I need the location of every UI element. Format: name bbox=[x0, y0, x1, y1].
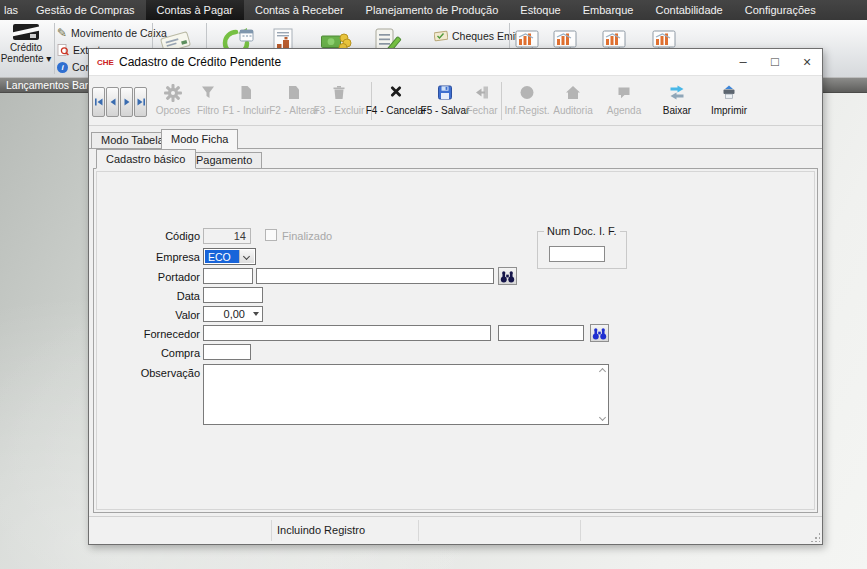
scroll-up-icon[interactable] bbox=[599, 368, 606, 375]
menu-item-configuracoes[interactable]: Configurações bbox=[734, 0, 827, 20]
page-tab-strip: Cadastro básico Pagamento bbox=[89, 149, 822, 169]
status-divider bbox=[418, 520, 419, 541]
finalizado-checkbox[interactable] bbox=[265, 229, 277, 241]
maximize-button[interactable]: □ bbox=[767, 49, 783, 76]
dialog-title-bar[interactable]: CHE Cadastro de Crédito Pendente – □ × bbox=[89, 49, 822, 76]
menu-item-contabilidade[interactable]: Contabilidade bbox=[644, 0, 733, 20]
printer-icon bbox=[686, 84, 772, 104]
empresa-label: Empresa bbox=[105, 251, 200, 263]
binoculars-icon bbox=[500, 270, 515, 283]
portador-search-button[interactable] bbox=[498, 267, 517, 285]
dialog-toolbar: Opcoes Filtro F1 - Incluir F2 - Alterar bbox=[89, 76, 822, 126]
codigo-label: Código bbox=[105, 230, 200, 242]
menu-item-contas-a-receber[interactable]: Contas à Receber bbox=[244, 0, 355, 20]
num-doc-field[interactable] bbox=[549, 246, 605, 262]
menu-item-planejamento-de-producao[interactable]: Planejamento de Produção bbox=[355, 0, 510, 20]
fornecedor-search-button[interactable] bbox=[590, 324, 609, 342]
chevron-down-icon bbox=[243, 253, 250, 260]
cadastro-credito-pendente-window: CHE Cadastro de Crédito Pendente – □ × bbox=[88, 48, 823, 545]
tab-modo-ficha[interactable]: Modo Ficha bbox=[161, 129, 238, 150]
menu-item-estoque[interactable]: Estoque bbox=[509, 0, 571, 20]
movimento-de-caixa-button[interactable]: ✎ Movimento de Caixa bbox=[57, 26, 167, 40]
compra-label: Compra bbox=[105, 347, 200, 359]
credit-card-icon bbox=[13, 24, 39, 40]
menu-item-gestao-de-compras[interactable]: Gestão de Compras bbox=[25, 0, 145, 20]
credito-pendente-label-line1: Crédito bbox=[0, 42, 52, 53]
codigo-field[interactable]: 14 bbox=[203, 228, 251, 244]
observacao-label: Observação bbox=[105, 367, 200, 379]
mode-tab-strip: Modo Tabela Modo Ficha bbox=[89, 129, 822, 149]
observacao-textarea[interactable] bbox=[203, 364, 609, 425]
nav-first-button[interactable] bbox=[92, 87, 105, 117]
app-logo-icon: CHE bbox=[97, 58, 114, 67]
ribbon-separator bbox=[54, 23, 55, 74]
desktop: { "menu": { "items": [ { "label": "las",… bbox=[0, 0, 867, 569]
menu-item-contas-a-pagar[interactable]: Contas à Pagar bbox=[146, 0, 244, 20]
fornecedor-label: Fornecedor bbox=[105, 328, 200, 340]
resize-grip[interactable] bbox=[810, 532, 820, 542]
nav-prev-button[interactable] bbox=[106, 87, 119, 117]
tab-cadastro-basico[interactable]: Cadastro básico bbox=[96, 149, 196, 169]
status-divider bbox=[271, 520, 272, 541]
dialog-status-bar: Incluindo Registro bbox=[89, 516, 822, 544]
portador-code-field[interactable] bbox=[203, 268, 253, 284]
dropdown-arrow-icon[interactable] bbox=[253, 312, 259, 316]
print-button[interactable]: Imprimir bbox=[686, 84, 772, 116]
fornecedor-name-field[interactable] bbox=[203, 325, 491, 341]
credito-pendente-button[interactable]: Crédito Pendente ▾ bbox=[0, 22, 52, 76]
menu-item-embarque[interactable]: Embarque bbox=[572, 0, 645, 20]
compra-field[interactable] bbox=[203, 344, 251, 360]
data-combobox[interactable] bbox=[203, 287, 263, 303]
credito-pendente-label-line2: Pendente ▾ bbox=[0, 53, 52, 64]
num-doc-groupbox: Num Doc. I. F. bbox=[537, 231, 627, 269]
empresa-selected-value: ECO bbox=[205, 250, 239, 263]
info-icon: i bbox=[57, 62, 68, 73]
finalizado-label: Finalizado bbox=[282, 230, 332, 242]
dialog-title: Cadastro de Crédito Pendente bbox=[119, 49, 281, 76]
tab-pagamento[interactable]: Pagamento bbox=[186, 152, 262, 169]
portador-label: Portador bbox=[105, 271, 200, 283]
portador-name-field[interactable] bbox=[256, 268, 494, 284]
main-menu-bar: las Gestão de Compras Contas à Pagar Con… bbox=[0, 0, 867, 20]
status-message: Incluindo Registro bbox=[277, 517, 365, 544]
empresa-combobox[interactable]: ECO bbox=[203, 248, 256, 265]
num-doc-label: Num Doc. I. F. bbox=[544, 225, 620, 237]
data-label: Data bbox=[105, 290, 200, 302]
empresa-dropdown-button[interactable] bbox=[239, 250, 254, 263]
fornecedor-code-field[interactable] bbox=[498, 325, 584, 341]
small-cheque-icon bbox=[434, 30, 448, 42]
close-button[interactable]: × bbox=[799, 49, 815, 76]
magnifier-document-icon bbox=[57, 44, 69, 56]
minimize-button[interactable]: – bbox=[735, 49, 751, 76]
menu-item-vendas[interactable]: las bbox=[0, 0, 25, 20]
previous-record-icon bbox=[108, 97, 118, 107]
pencil-icon: ✎ bbox=[57, 27, 67, 39]
valor-label: Valor bbox=[105, 309, 200, 321]
first-record-icon bbox=[94, 97, 104, 107]
binoculars-icon bbox=[592, 327, 607, 340]
scroll-down-icon[interactable] bbox=[599, 414, 606, 421]
status-divider bbox=[580, 520, 581, 541]
